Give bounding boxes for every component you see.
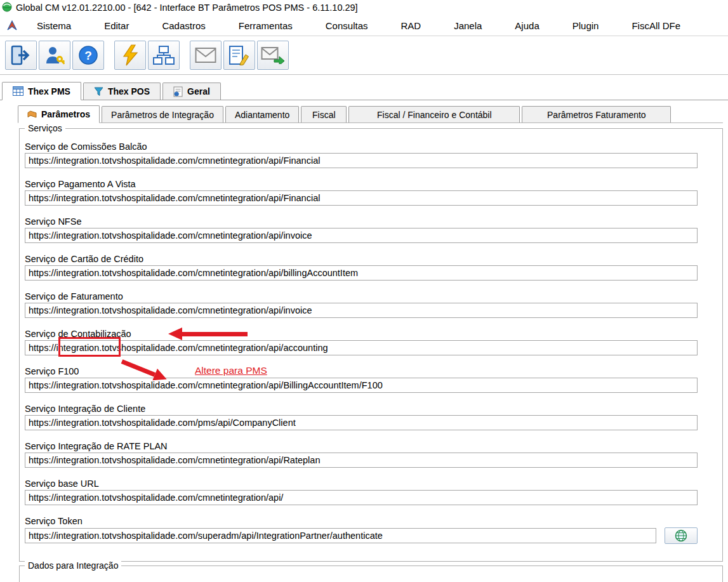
field-label: Serviço de Contabilização [25,327,698,340]
service-url-input[interactable] [25,265,698,281]
lightning-icon [122,44,138,66]
field-label: Serviço Pagamento A Vista [25,178,698,190]
filter-icon [94,87,103,96]
menu-consultas[interactable]: Consultas [309,15,385,36]
service-url-input[interactable] [25,340,698,355]
menu-editar[interactable]: Editar [88,15,145,36]
menu-ajuda[interactable]: Ajuda [498,15,555,36]
titlebar: Global CM v12.01.2210.00 - [642 - Interf… [0,0,728,15]
service-url-input[interactable] [25,453,698,468]
tab-geral[interactable]: Geral [162,83,221,100]
dados-integracao-group: Dados para Integração [19,565,723,582]
tab-label: Parâmetros Faturamento [547,110,646,120]
field-row-base-url: Serviço base URL [25,477,698,505]
folder-icon [27,110,37,119]
menu-rad[interactable]: RAD [384,15,437,36]
tab-adiantamento[interactable]: Adiantamento [225,106,299,122]
field-row-contabilizacao: Serviço de Contabilização [25,327,698,355]
field-label: Serviço base URL [25,477,698,490]
form-icon [173,86,183,97]
field-label: Serviço de Comissões Balcão [25,140,698,153]
tabstrip-parametros: Parâmetros Parâmetros de Integração Adia… [18,105,723,123]
field-label: Serviço F100 [25,365,698,378]
app-icon[interactable] [2,2,12,14]
service-url-input[interactable] [25,228,698,243]
menu-ferramentas[interactable]: Ferramentas [222,15,309,36]
tab-label: Fiscal / Financeiro e Contábil [377,110,492,120]
modules-button[interactable] [148,41,180,70]
field-row-faturamento: Serviço de Faturamento [25,290,698,318]
toolbar-group-tools [114,41,180,70]
exit-door-icon [10,45,32,65]
field-row-integracao-cliente: Serviço Integração de Cliente [25,402,698,430]
tab-label: Thex PMS [28,86,70,96]
help-icon: ? [78,45,98,65]
tab-parametros[interactable]: Parâmetros [18,105,100,123]
menubar: Sistema Editar Cadastros Ferramentas Con… [0,15,728,36]
service-url-input[interactable] [25,153,698,168]
dados-integracao-legend: Dados para Integração [25,560,121,571]
form-pencil-icon [228,45,250,65]
service-url-input[interactable] [25,415,698,430]
service-token-input[interactable] [25,528,656,543]
menu-janela[interactable]: Janela [437,15,498,36]
field-row-nfse: Serviço NFSe [25,215,698,243]
tabstrip-main: Thex PMS Thex POS Geral [0,81,728,100]
tab-label: Adiantamento [235,110,289,120]
svg-text:?: ? [84,49,92,62]
field-row-pagamento-avista: Serviço Pagamento A Vista [25,178,698,206]
toolbar-group-system: ? [5,41,104,70]
globe-icon [675,529,687,542]
execute-button[interactable] [114,41,146,70]
child-window-menu-icon[interactable] [4,20,20,31]
tab-parametros-faturamento[interactable]: Parâmetros Faturamento [522,106,671,122]
tab-label: Geral [187,86,210,96]
field-label: Serviço Integração de RATE PLAN [25,440,698,453]
tab-label: Parâmetros de Integração [111,110,214,120]
org-chart-icon [152,45,175,65]
edit-register-button[interactable] [223,41,255,70]
service-url-input[interactable] [25,490,698,505]
service-url-input[interactable] [25,303,698,318]
menu-cadastros[interactable]: Cadastros [145,15,222,36]
user-key-icon [44,45,65,65]
toolbar-group-mail [190,41,289,70]
help-button[interactable]: ? [72,41,104,70]
mail-icon [195,47,216,63]
mail-button[interactable] [190,41,222,70]
app-globe-icon [2,2,12,12]
test-connection-button[interactable] [665,527,698,544]
tab-fiscal[interactable]: Fiscal [301,106,347,122]
menu-fiscall-dfe[interactable]: FiscAll DFe [615,15,697,36]
tab-thex-pos[interactable]: Thex POS [83,83,161,100]
service-url-input[interactable] [25,190,698,206]
field-row-comissoes-balcao: Serviço de Comissões Balcão [25,140,698,168]
field-label: Serviço de Faturamento [25,290,698,303]
servicos-group: Serviços Serviço de Comissões Balcão Ser… [19,128,723,562]
tab-thex-pms[interactable]: Thex PMS [2,82,81,100]
field-row-f100: Serviço F100 [25,365,698,393]
user-permissions-button[interactable] [39,41,70,70]
field-row-cartao-credito: Serviço de Cartão de Crédito [25,253,698,281]
field-label: Serviço Token [25,515,698,527]
field-row-integracao-rate-plan: Serviço Integração de RATE PLAN [25,440,698,468]
tab-fiscal-financeiro-contabil[interactable]: Fiscal / Financeiro e Contábil [348,106,520,122]
tab-label: Fiscal [312,110,336,120]
window-title: Global CM v12.01.2210.00 - [642 - Interf… [16,3,358,13]
tab-label: Thex POS [108,86,150,96]
menu-sistema[interactable]: Sistema [20,15,88,36]
tab-label: Parâmetros [41,109,90,119]
send-mail-button[interactable] [257,41,289,70]
mail-send-icon [261,46,285,64]
service-url-input[interactable] [25,378,698,393]
tab-parametros-integracao[interactable]: Parâmetros de Integração [102,106,223,122]
field-label: Serviço Integração de Cliente [25,402,698,415]
servicos-legend: Serviços [25,123,65,133]
menu-plugin[interactable]: Plugin [556,15,616,36]
field-label: Serviço de Cartão de Crédito [25,253,698,265]
field-label: Serviço NFSe [25,215,698,228]
exit-button[interactable] [5,41,37,70]
field-row-token: Serviço Token [25,515,698,544]
dart-icon [6,20,18,31]
toolbar: ? [0,36,728,75]
